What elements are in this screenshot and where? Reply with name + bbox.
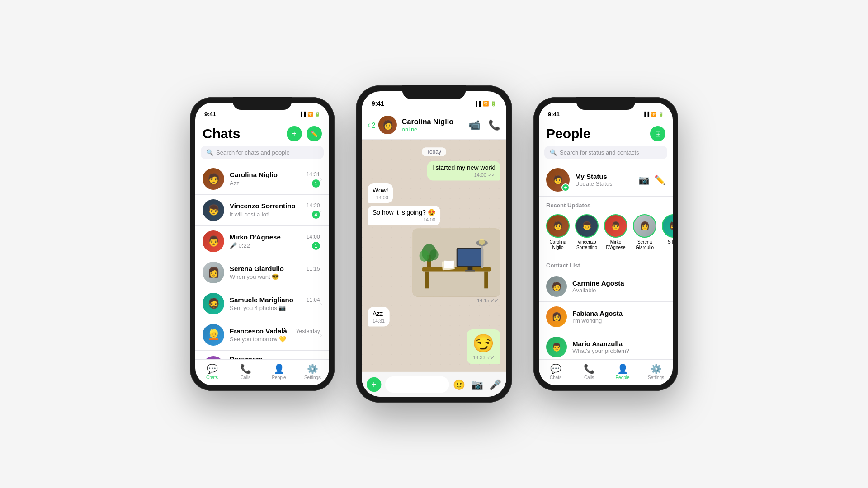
contact-status-label: online — [402, 126, 453, 132]
add-status-button[interactable]: + — [561, 183, 570, 192]
tab-calls-3[interactable]: 📞 Calls — [572, 363, 606, 380]
chat-avatar-icon: 👦 — [203, 199, 224, 221]
chat-item[interactable]: 👦 Vincenzo Sorrentino 14:20 It will cost… — [195, 195, 329, 226]
chat-item[interactable]: 🧑 Carolina Niglio 14:31 Azz 1 › — [195, 164, 329, 195]
chat-avatar: 🧑 — [203, 168, 224, 190]
search-icon-3: 🔍 — [550, 149, 557, 156]
chat-name-row: Carolina Niglio 14:31 — [230, 171, 320, 178]
contact-text: Mario Aranzulla What's your problem? — [572, 340, 629, 354]
update-avatar-icon: 🧑 — [547, 215, 569, 237]
chat-preview: Sent you 4 photos 📷 — [230, 305, 320, 311]
tab-icon: 📞 — [584, 363, 595, 374]
preview-text: Azz — [230, 180, 240, 187]
status-actions: 📷 ✏️ — [638, 174, 665, 185]
my-status-avatar-wrapper: 🧑 + — [546, 168, 570, 192]
battery-icon-2: 🔋 — [491, 101, 496, 106]
time-1: 9:41 — [204, 111, 216, 117]
update-avatar-icon: 👦 — [576, 215, 598, 237]
tab-label: Calls — [241, 375, 250, 380]
tab-people-3[interactable]: 👤 People — [606, 363, 639, 380]
sticker-icon[interactable]: 🙂 — [453, 379, 465, 390]
phones-container: 9:41 ▐▐ 🛜 🔋 Chats + ✏️ 🔍 Search — [190, 97, 678, 391]
phone-people: 9:41 ▐▐ 🛜 🔋 People ⊞ 🔍 Search for status… — [533, 97, 678, 391]
chat-info: Designers Academy 01/10/2019 ... — [230, 355, 320, 359]
update-avatar: 👦 — [575, 214, 599, 238]
chat-item[interactable]: 👩 Serena Giardullo 11:15 When you want 😎… — [195, 257, 329, 288]
message-input[interactable] — [385, 376, 449, 393]
compose-button[interactable]: ✏️ — [307, 126, 322, 141]
my-status-sub: Update Status — [575, 180, 633, 187]
contact-item[interactable]: 👩 Fabiana Agosta I'm working — [539, 302, 673, 332]
camera-icon[interactable]: 📷 — [471, 379, 483, 390]
chat-item[interactable]: 👨 Mirko D'Agnese 14:00 🎤 0:22 1 › — [195, 226, 329, 257]
recent-update-item[interactable]: 🧑 Carolina Niglio — [546, 214, 570, 250]
contact-item[interactable]: 🧑 Carmine Agosta Available — [539, 272, 673, 302]
camera-status-icon[interactable]: 📷 — [638, 174, 650, 185]
tab-chats-3[interactable]: 💬 Chats — [539, 363, 572, 380]
header-icons: + ✏️ — [287, 126, 322, 141]
new-chat-button[interactable]: + — [287, 126, 302, 141]
chat-preview: See you tomorrow 💛 — [230, 336, 320, 343]
chat-avatar: 👦 — [203, 199, 224, 221]
back-button[interactable]: ‹ 2 — [368, 120, 375, 130]
contact-list-3: 🧑 Carmine Agosta Available 👩 Fabiana Ago… — [539, 272, 673, 359]
back-chevron: ‹ — [368, 120, 370, 130]
chats-header: Chats + ✏️ — [195, 122, 329, 146]
chat-name-row: Vincenzo Sorrentino 14:20 — [230, 202, 320, 210]
image-message: 14:15 ✓✓ — [412, 228, 500, 304]
tab-calls-1[interactable]: 📞 Calls — [229, 363, 262, 380]
tab-people-1[interactable]: 👤 People — [262, 363, 296, 380]
received-text-3: Azz — [373, 310, 383, 317]
tab-chats-1[interactable]: 💬 Chats — [195, 363, 229, 380]
svg-point-11 — [429, 249, 438, 260]
received-text-2: So how it is going? 😍 — [373, 209, 435, 216]
recent-update-item[interactable]: 🧔 S M... — [662, 214, 673, 250]
edit-status-icon[interactable]: ✏️ — [654, 174, 665, 185]
chats-search-bar[interactable]: 🔍 Search for chats and people — [201, 146, 324, 159]
qr-button[interactable]: ⊞ — [650, 126, 665, 141]
recent-update-item[interactable]: 👨 Mirko D'Agnese — [604, 214, 627, 250]
people-search-placeholder: Search for status and contacts — [560, 149, 639, 156]
update-name: S M... — [668, 239, 673, 245]
chat-avatar-icon: 🎨 — [203, 356, 224, 360]
tab-settings-3[interactable]: ⚙️ Settings — [639, 363, 673, 380]
chat-time: 14:20 — [307, 202, 320, 209]
recent-update-item[interactable]: 👦 Vincenzo Sorrentino — [575, 214, 599, 250]
voice-call-icon[interactable]: 📞 — [488, 119, 500, 131]
contact-list-label: Contact List — [539, 257, 673, 272]
emoji-content: 😏 — [472, 333, 495, 353]
attach-button[interactable]: + — [367, 377, 381, 392]
time-3: 9:41 — [548, 111, 560, 117]
chat-info: Francesco Vadalà Yesterday See you tomor… — [230, 327, 320, 343]
emoji-message: 😏 14:33 ✓✓ — [467, 329, 500, 364]
chat-info: Serena Giardullo 11:15 When you want 😎 — [230, 265, 320, 280]
chat-item[interactable]: 👱 Francesco Vadalà Yesterday See you tom… — [195, 319, 329, 351]
contact-item[interactable]: 👨 Mario Aranzulla What's your problem? — [539, 332, 673, 359]
chat-item[interactable]: 🎨 Designers Academy 01/10/2019 ... › — [195, 351, 329, 359]
svg-rect-5 — [458, 249, 482, 266]
contact-text: Carmine Agosta Available — [572, 279, 624, 294]
mic-icon[interactable]: 🎤 — [489, 379, 501, 390]
chat-name-row: Serena Giardullo 11:15 — [230, 265, 320, 272]
chat-item[interactable]: 🧔 Samuele Marigliano 11:04 Sent you 4 ph… — [195, 288, 329, 319]
people-screen: People ⊞ 🔍 Search for status and contact… — [539, 122, 673, 385]
chat-name-row: Francesco Vadalà Yesterday — [230, 327, 320, 335]
chevron-icon: › — [320, 176, 322, 183]
tab-settings-1[interactable]: ⚙️ Settings — [296, 363, 329, 380]
people-search-bar[interactable]: 🔍 Search for status and contacts — [544, 146, 667, 159]
chat-preview: Azz 1 — [230, 179, 320, 188]
status-icons-3: ▐▐ 🛜 🔋 — [643, 112, 664, 117]
recent-update-item[interactable]: 👩 Serena Giardullo — [633, 214, 656, 250]
preview-text: See you tomorrow 💛 — [230, 336, 286, 343]
contact-avatar: 🧑 — [378, 116, 397, 134]
tab-label: People — [272, 375, 286, 380]
update-avatar-icon: 👨 — [605, 215, 627, 237]
chat-time: Yesterday — [296, 328, 320, 334]
update-avatar: 👩 — [633, 214, 656, 238]
tab-bar-1: 💬 Chats 📞 Calls 👤 People ⚙️ Settings — [195, 359, 329, 385]
video-call-icon[interactable]: 📹 — [468, 119, 481, 131]
chat-avatar: 🧔 — [203, 293, 224, 314]
tab-label: Settings — [648, 375, 664, 380]
sent-time-1: 14:00 ✓✓ — [432, 172, 495, 178]
update-name: Serena Giardullo — [633, 239, 656, 250]
